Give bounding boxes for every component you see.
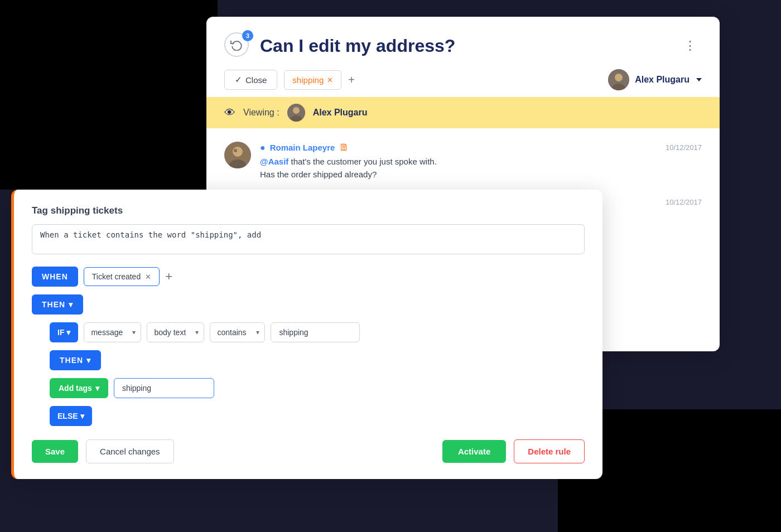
message-row: ● Romain Lapeyre 🗎 10/12/2017 @Aasif tha… — [224, 142, 702, 181]
message-1-sender-row: ● Romain Lapeyre 🗎 10/12/2017 — [260, 142, 702, 153]
shipping-value-input[interactable] — [271, 322, 360, 342]
file-1-icon: 🗎 — [339, 142, 349, 153]
ticket-created-chip[interactable]: Ticket created ✕ — [84, 267, 160, 286]
ticket-icon-area: 3 — [224, 32, 251, 59]
message-2-timestamp: 10/12/2017 — [666, 198, 702, 206]
else-dropdown-arrow: ▾ — [80, 412, 84, 420]
agent-avatar — [608, 69, 629, 90]
then-row: THEN ▾ — [32, 294, 585, 315]
rule-description-input[interactable] — [32, 224, 585, 254]
remove-tag-icon[interactable]: ✕ — [327, 76, 333, 84]
ticket-created-label: Ticket created — [92, 272, 141, 281]
sender-1-icon: ● — [260, 143, 266, 153]
rule-title: Tag shipping tickets — [32, 205, 585, 216]
then-inner-row: THEN ▾ — [50, 350, 585, 370]
if-row: IF ▾ message body text contains — [50, 322, 585, 342]
message-1-text: @Aasif that's the customer you just spok… — [260, 156, 702, 181]
add-condition-button[interactable]: + — [165, 269, 172, 284]
ticket-actions-row: ✓ Close shipping ✕ + Alex Plugaru — [224, 69, 702, 90]
ticket-title: Can I edit my address? — [260, 36, 671, 56]
viewing-label: Viewing : — [243, 108, 279, 118]
sender-1-name: Romain Lapeyre — [270, 143, 335, 152]
when-row: WHEN Ticket created ✕ + — [32, 267, 585, 287]
when-button[interactable]: WHEN — [32, 267, 78, 287]
add-tags-row: Add tags ▾ — [50, 378, 585, 398]
activate-button[interactable]: Activate — [442, 440, 506, 463]
cancel-button[interactable]: Cancel changes — [86, 439, 174, 463]
then-inner-button[interactable]: THEN ▾ — [50, 350, 101, 370]
add-tags-button[interactable]: Add tags ▾ — [50, 378, 108, 398]
check-icon: ✓ — [235, 75, 242, 85]
remove-ticket-created-button[interactable]: ✕ — [145, 273, 151, 281]
svg-point-9 — [234, 149, 237, 152]
message-1-content: ● Romain Lapeyre 🗎 10/12/2017 @Aasif tha… — [260, 142, 702, 181]
agent-name: Alex Plugaru — [635, 75, 690, 85]
message-select[interactable]: message — [84, 322, 141, 342]
body-text-select[interactable]: body text — [147, 322, 204, 342]
if-dropdown-arrow: ▾ — [66, 328, 70, 337]
tag-label: shipping — [292, 75, 324, 85]
viewing-banner: 👁 Viewing : Alex Plugaru — [206, 97, 720, 128]
contains-select[interactable]: contains — [210, 322, 265, 342]
footer-row: Save Cancel changes Activate Delete rule — [32, 439, 585, 463]
else-row: ELSE ▾ — [50, 406, 585, 426]
save-button[interactable]: Save — [32, 440, 78, 463]
then-button[interactable]: THEN ▾ — [32, 294, 83, 315]
shipping-tag[interactable]: shipping ✕ — [284, 70, 341, 90]
tags-value-input[interactable] — [114, 378, 214, 398]
message-1-timestamp: 10/12/2017 — [666, 143, 702, 152]
then-inner-dropdown-arrow: ▾ — [86, 356, 91, 365]
romain-avatar — [224, 142, 251, 168]
bg-corner-tl — [0, 0, 218, 190]
if-button[interactable]: IF ▾ — [50, 322, 78, 342]
ticket-more-button[interactable]: ⋮ — [679, 36, 702, 55]
then-dropdown-arrow: ▾ — [69, 300, 73, 309]
eye-icon: 👁 — [224, 107, 235, 119]
svg-point-4 — [293, 107, 300, 114]
svg-point-1 — [615, 74, 623, 81]
viewing-name: Alex Plugaru — [313, 108, 368, 118]
rule-panel: Tag shipping tickets WHEN Ticket created… — [11, 190, 602, 479]
viewing-avatar — [287, 104, 305, 122]
body-text-select-wrap: body text — [147, 322, 204, 342]
delete-rule-button[interactable]: Delete rule — [514, 439, 585, 463]
agent-area: Alex Plugaru — [608, 69, 702, 90]
agent-dropdown-arrow[interactable] — [696, 78, 702, 81]
message-select-wrap: message — [84, 322, 141, 342]
mention-1: @Aasif — [260, 157, 288, 166]
else-button[interactable]: ELSE ▾ — [50, 406, 92, 426]
close-button[interactable]: ✓ Close — [224, 70, 277, 90]
ticket-header: 3 Can I edit my address? ⋮ ✓ Close shipp… — [206, 17, 720, 90]
ticket-title-row: 3 Can I edit my address? ⋮ — [224, 32, 702, 59]
svg-point-7 — [233, 147, 243, 157]
contains-select-wrap: contains — [210, 322, 265, 342]
add-tag-button[interactable]: + — [348, 74, 355, 86]
add-tags-dropdown-arrow: ▾ — [95, 384, 99, 393]
badge-count: 3 — [242, 30, 253, 41]
